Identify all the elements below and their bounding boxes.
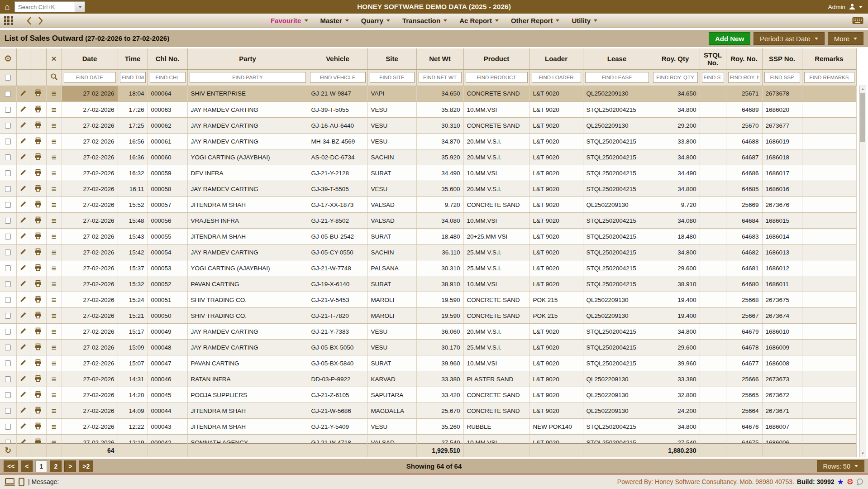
print-icon[interactable] [34, 153, 42, 160]
search-dropdown-button[interactable] [75, 2, 85, 12]
print-icon[interactable] [34, 375, 42, 382]
menu-transaction[interactable]: Transaction [402, 17, 447, 24]
table-row[interactable]: ≡27-02-202615:24000051SHIV TRADING CO.GJ… [0, 292, 856, 308]
col-header-remarks[interactable]: Remarks [802, 48, 856, 69]
refresh-icon[interactable]: ↻ [5, 446, 11, 455]
filter-site-input[interactable] [370, 72, 415, 83]
print-icon[interactable] [34, 280, 42, 287]
edit-icon[interactable] [20, 216, 27, 223]
select-all-checkbox[interactable] [5, 75, 11, 81]
filter-party-input[interactable] [190, 72, 306, 83]
row-checkbox[interactable] [5, 91, 11, 97]
print-icon[interactable] [34, 248, 42, 255]
edit-icon[interactable] [20, 312, 27, 318]
user-menu[interactable]: Admin [828, 3, 868, 10]
print-icon[interactable] [34, 327, 42, 335]
period-select-button[interactable]: Period:Last Date [754, 32, 825, 45]
filter-loader-input[interactable] [532, 72, 581, 83]
menu-ac-report[interactable]: Ac Report [459, 17, 499, 24]
row-menu-icon[interactable]: ≡ [51, 359, 56, 368]
add-new-button[interactable]: Add New [709, 32, 750, 45]
row-menu-icon[interactable]: ≡ [51, 137, 56, 146]
back-icon[interactable] [26, 16, 33, 26]
row-checkbox[interactable] [5, 345, 11, 350]
row-menu-icon[interactable]: ≡ [51, 264, 56, 273]
row-checkbox[interactable] [5, 139, 11, 144]
print-icon[interactable] [34, 312, 42, 319]
print-icon[interactable] [34, 201, 42, 208]
edit-icon[interactable] [20, 169, 27, 176]
edit-icon[interactable] [20, 296, 27, 302]
row-checkbox[interactable] [5, 202, 11, 208]
print-icon[interactable] [34, 105, 42, 113]
row-menu-icon[interactable]: ≡ [51, 311, 56, 321]
edit-icon[interactable] [20, 153, 27, 160]
row-checkbox[interactable] [5, 281, 11, 287]
print-icon[interactable] [34, 359, 42, 366]
col-header-product[interactable]: Product [463, 48, 529, 69]
menu-other-report[interactable]: Other Report [511, 17, 560, 24]
edit-icon[interactable] [20, 391, 27, 398]
filter-product-input[interactable] [466, 72, 528, 83]
filter-lease-input[interactable] [585, 72, 649, 83]
row-checkbox[interactable] [5, 408, 11, 414]
search-icon[interactable] [50, 73, 58, 81]
table-row[interactable]: ≡27-02-202616:36000060YOGI CARTING (AJAY… [0, 149, 856, 165]
table-row[interactable]: ≡27-02-202615:32000052PAVAN CARTINGGJ-19… [0, 276, 856, 292]
print-icon[interactable] [34, 296, 42, 303]
table-row[interactable]: ≡27-02-202617:25000062JAY RAMDEV CARTING… [0, 118, 856, 134]
print-icon[interactable] [34, 216, 42, 224]
row-menu-icon[interactable]: ≡ [51, 121, 56, 130]
table-row[interactable]: ≡27-02-202615:21000050SHIV TRADING CO.GJ… [0, 308, 856, 324]
page-button-last[interactable]: >2 [79, 460, 93, 472]
row-checkbox[interactable] [5, 265, 11, 271]
scroll-down-icon[interactable]: ▼ [861, 451, 865, 457]
row-checkbox[interactable] [5, 170, 11, 176]
edit-icon[interactable] [20, 343, 27, 350]
table-row[interactable]: ≡27-02-202617:26000063JAY RAMDEV CARTING… [0, 102, 856, 118]
page-button-page-1[interactable]: 1 [35, 460, 47, 472]
table-row[interactable]: ≡27-02-202615:17000049JAY RAMDEV CARTING… [0, 324, 856, 340]
col-header-roy_qty[interactable]: Roy. Qty [651, 48, 700, 69]
print-icon[interactable] [34, 232, 42, 240]
table-row[interactable]: ≡27-02-202616:56000061JAY RAMDEV CARTING… [0, 134, 856, 149]
col-header-site[interactable]: Site [367, 48, 416, 69]
row-checkbox[interactable] [5, 313, 11, 319]
filter-roy_no-input[interactable] [728, 72, 760, 83]
menu-quarry[interactable]: Quarry [361, 17, 390, 24]
edit-icon[interactable] [20, 280, 27, 287]
edit-icon[interactable] [20, 422, 27, 429]
table-row[interactable]: ≡27-02-202614:31000046RATAN INFRADD-03-P… [0, 371, 856, 387]
page-button-next[interactable]: > [64, 460, 76, 472]
row-checkbox[interactable] [5, 376, 11, 382]
col-header-lease[interactable]: Lease [583, 48, 651, 69]
edit-icon[interactable] [20, 264, 27, 271]
search-input[interactable] [15, 2, 75, 12]
row-menu-icon[interactable]: ≡ [51, 248, 56, 257]
forward-icon[interactable] [37, 16, 44, 26]
col-header-stql[interactable]: STQL No. [700, 48, 726, 69]
table-row[interactable]: ≡27-02-202615:42000054JAY RAMDEV CARTING… [0, 244, 856, 260]
table-row[interactable]: ≡27-02-202618:04000064SHIV ENTERPRISEGJ-… [0, 86, 856, 102]
print-icon[interactable] [34, 185, 42, 192]
print-icon[interactable] [34, 438, 42, 443]
row-menu-icon[interactable]: ≡ [51, 295, 56, 305]
row-checkbox[interactable] [5, 297, 11, 303]
table-row[interactable]: ≡27-02-202616:11000058JAY RAMDEV CARTING… [0, 181, 856, 197]
row-checkbox[interactable] [5, 154, 11, 160]
row-menu-icon[interactable]: ≡ [51, 422, 56, 431]
print-icon[interactable] [34, 169, 42, 176]
row-menu-icon[interactable]: ≡ [51, 406, 56, 416]
row-menu-icon[interactable]: ≡ [51, 153, 56, 162]
edit-icon[interactable] [20, 375, 27, 382]
edit-icon[interactable] [20, 359, 27, 366]
print-icon[interactable] [34, 407, 42, 414]
row-menu-icon[interactable]: ≡ [51, 184, 56, 194]
table-row[interactable]: ≡27-02-202615:09000048JAY RAMDEV CARTING… [0, 340, 856, 355]
menu-utility[interactable]: Utility [572, 17, 597, 24]
col-header-chl[interactable]: Chl No. [148, 48, 187, 69]
col-header-vehicle[interactable]: Vehicle [308, 48, 367, 69]
table-row[interactable]: ≡27-02-202615:43000055JITENDRA M SHAHGJ-… [0, 229, 856, 244]
filter-time-input[interactable] [120, 72, 146, 83]
edit-icon[interactable] [20, 407, 27, 413]
